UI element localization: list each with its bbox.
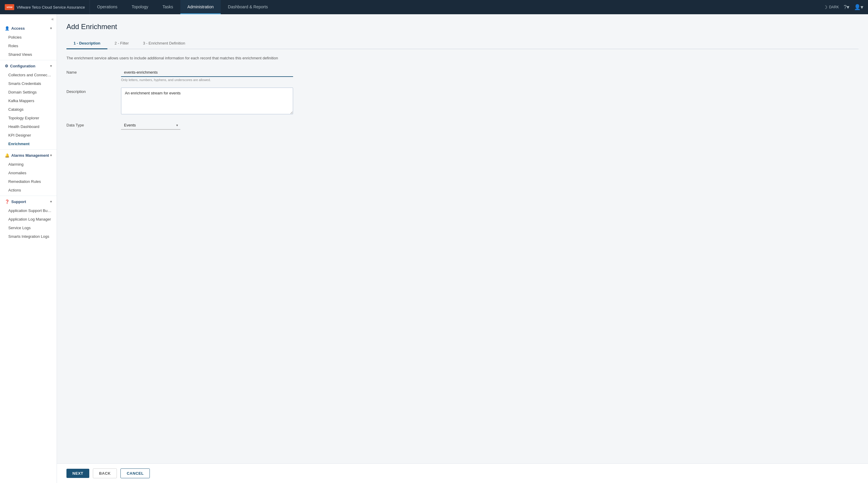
page-title: Add Enrichment — [66, 23, 859, 31]
data-type-label: Data Type — [66, 121, 114, 127]
wizard-tab-enrichment-definition[interactable]: 3 - Enrichment Definition — [136, 38, 192, 49]
user-icon[interactable]: 👤▾ — [854, 4, 863, 10]
sidebar-item-roles[interactable]: Roles — [0, 41, 57, 50]
brand-logo: vmw VMware Telco Cloud Service Assurance — [0, 0, 90, 14]
moon-icon: ☽ — [823, 4, 827, 10]
sidebar-item-domain-settings[interactable]: Domain Settings — [0, 88, 57, 96]
sidebar-section-alarms-header[interactable]: 🔔Alarms Management ▾ — [0, 151, 57, 160]
sidebar-item-enrichment[interactable]: Enrichment — [0, 140, 57, 148]
next-button[interactable]: NEXT — [66, 469, 89, 478]
brand-title: VMware Telco Cloud Service Assurance — [17, 5, 85, 9]
support-label: Support — [11, 199, 26, 204]
wizard-tab-filter[interactable]: 2 - Filter — [107, 38, 136, 49]
alarms-icon: 🔔 — [5, 153, 9, 158]
sidebar-item-actions[interactable]: Actions — [0, 186, 57, 194]
name-label: Name — [66, 68, 114, 75]
nav-tasks[interactable]: Tasks — [155, 0, 180, 14]
description-textarea[interactable]: An enrichment stream for events — [121, 88, 293, 114]
wizard-tabs: 1 - Description 2 - Filter 3 - Enrichmen… — [66, 38, 859, 49]
sidebar-section-support: ❓Support ▾ Application Support Bun... Ap… — [0, 197, 57, 241]
name-control-wrap: Only letters, numbers, hyphens, and unde… — [121, 68, 293, 82]
sidebar-item-topology-explorer[interactable]: Topology Explorer — [0, 114, 57, 122]
configuration-chevron: ▾ — [50, 64, 52, 68]
description-label: Description — [66, 88, 114, 94]
back-button[interactable]: BACK — [93, 468, 117, 478]
cancel-button[interactable]: CANCEL — [120, 468, 150, 478]
sidebar-section-access: 👤Access ▾ Policies Roles Shared Views — [0, 24, 57, 59]
data-type-select[interactable]: Events Metrics Topology — [121, 121, 180, 130]
nav-items: Operations Topology Tasks Administration… — [90, 0, 818, 14]
top-navigation: vmw VMware Telco Cloud Service Assurance… — [0, 0, 868, 14]
sidebar-divider-3 — [0, 196, 57, 196]
alarms-chevron: ▾ — [50, 153, 52, 157]
sidebar-item-service-logs[interactable]: Service Logs — [0, 224, 57, 232]
support-icon: ❓ — [5, 199, 9, 204]
sidebar-item-alarming[interactable]: Alarming — [0, 160, 57, 169]
configuration-label: Configuration — [10, 64, 35, 68]
sidebar-item-app-log-manager[interactable]: Application Log Manager — [0, 215, 57, 224]
alarms-label: Alarms Management — [11, 153, 49, 158]
nav-right: ☽ DARK ?▾ 👤▾ — [818, 0, 868, 14]
nav-topology[interactable]: Topology — [125, 0, 155, 14]
access-icon: 👤 — [5, 26, 9, 31]
description-control-wrap: An enrichment stream for events — [121, 88, 293, 115]
sidebar-collapse-button[interactable]: « — [0, 14, 57, 24]
sidebar-section-access-header[interactable]: 👤Access ▾ — [0, 24, 57, 33]
sidebar-section-support-header[interactable]: ❓Support ▾ — [0, 197, 57, 206]
dark-mode-toggle[interactable]: ☽ DARK — [823, 4, 839, 10]
sidebar-item-app-support[interactable]: Application Support Bun... — [0, 206, 57, 215]
sidebar-item-shared-views[interactable]: Shared Views — [0, 50, 57, 59]
sidebar-section-alarms: 🔔Alarms Management ▾ Alarming Anomalies … — [0, 151, 57, 194]
access-chevron: ▾ — [50, 26, 52, 30]
wizard-tab-description[interactable]: 1 - Description — [66, 38, 107, 49]
sidebar-item-collectors[interactable]: Collectors and Connectors — [0, 70, 57, 79]
nav-dashboard[interactable]: Dashboard & Reports — [221, 0, 275, 14]
sidebar-item-kpi-designer[interactable]: KPI Designer — [0, 131, 57, 140]
sidebar: « 👤Access ▾ Policies Roles Shared Views … — [0, 14, 57, 483]
sidebar-item-health-dashboard[interactable]: Health Dashboard — [0, 122, 57, 131]
form-description: The enrichment service allows users to i… — [66, 55, 859, 61]
app-body: « 👤Access ▾ Policies Roles Shared Views … — [0, 14, 868, 483]
description-row: Description An enrichment stream for eve… — [66, 88, 859, 115]
sidebar-section-configuration: ⚙Configuration ▾ Collectors and Connecto… — [0, 61, 57, 148]
name-hint: Only letters, numbers, hyphens, and unde… — [121, 78, 293, 82]
sidebar-item-smarts-integration[interactable]: Smarts Integration Logs — [0, 232, 57, 241]
support-chevron: ▾ — [50, 200, 52, 204]
sidebar-divider-1 — [0, 60, 57, 60]
data-type-row: Data Type Events Metrics Topology ▾ — [66, 121, 859, 130]
nav-operations[interactable]: Operations — [90, 0, 124, 14]
vmware-logo: vmw — [5, 4, 14, 10]
dark-mode-label: DARK — [829, 5, 839, 9]
help-icon[interactable]: ?▾ — [844, 4, 849, 10]
main-content: Add Enrichment 1 - Description 2 - Filte… — [57, 14, 868, 463]
nav-administration[interactable]: Administration — [180, 0, 221, 14]
name-row: Name Only letters, numbers, hyphens, and… — [66, 68, 859, 82]
sidebar-section-configuration-header[interactable]: ⚙Configuration ▾ — [0, 61, 57, 70]
page-footer: NEXT BACK CANCEL — [57, 463, 868, 483]
sidebar-item-remediation-rules[interactable]: Remediation Rules — [0, 177, 57, 186]
sidebar-item-smarts-credentials[interactable]: Smarts Credentials — [0, 79, 57, 88]
form: Name Only letters, numbers, hyphens, and… — [66, 68, 859, 130]
data-type-control-wrap: Events Metrics Topology ▾ — [121, 121, 293, 130]
configuration-icon: ⚙ — [5, 64, 8, 68]
name-input[interactable] — [121, 68, 293, 77]
access-label: Access — [11, 26, 25, 31]
data-type-select-wrap: Events Metrics Topology ▾ — [121, 121, 180, 130]
sidebar-item-anomalies[interactable]: Anomalies — [0, 169, 57, 177]
sidebar-item-catalogs[interactable]: Catalogs — [0, 105, 57, 114]
sidebar-item-kafka-mappers[interactable]: Kafka Mappers — [0, 96, 57, 105]
sidebar-divider-2 — [0, 149, 57, 150]
sidebar-item-policies[interactable]: Policies — [0, 33, 57, 41]
